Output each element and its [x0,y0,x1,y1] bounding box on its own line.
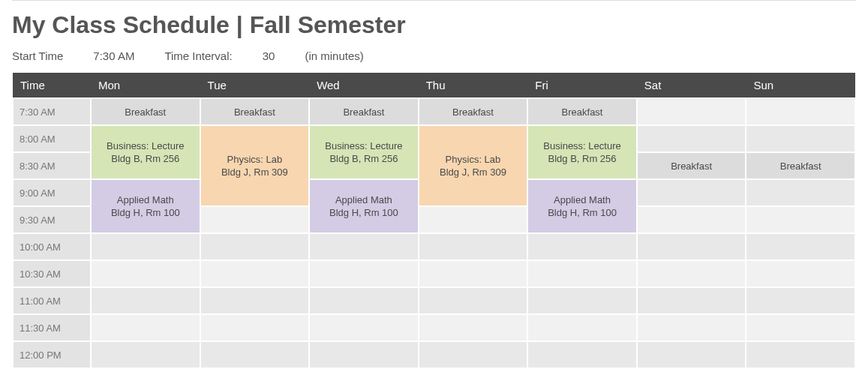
empty-cell [637,179,746,206]
empty-cell [637,260,746,287]
empty-cell [637,287,746,314]
empty-cell [200,206,310,233]
time-cell: 9:30 AM [13,206,91,233]
event-breakfast: Breakfast [91,98,200,125]
event-business: Business: Lecture Bldg B, Rm 256 [527,125,637,179]
time-cell: 9:00 AM [13,179,91,206]
header-wed: Wed [309,73,419,98]
empty-cell [746,179,855,206]
empty-cell [309,260,419,287]
header-sat: Sat [637,73,746,98]
table-row: 10:00 AM [13,233,855,260]
empty-cell [527,260,637,287]
empty-cell [746,287,855,314]
event-physics: Physics: Lab Bldg J, Rm 309 [419,125,528,206]
header-tue: Tue [200,73,310,98]
time-cell: 10:00 AM [13,233,91,260]
event-breakfast: Breakfast [419,98,528,125]
table-row: 7:30 AM Breakfast Breakfast Breakfast Br… [13,98,855,125]
empty-cell [746,233,855,260]
empty-cell [91,341,200,368]
schedule-table: Time Mon Tue Wed Thu Fri Sat Sun 7:30 AM… [12,73,856,369]
empty-cell [419,341,528,368]
table-row: 11:30 AM [13,314,855,341]
empty-cell [309,341,419,368]
time-cell: 8:30 AM [13,152,91,179]
empty-cell [419,260,528,287]
empty-cell [527,287,637,314]
empty-cell [746,98,855,125]
empty-cell [637,341,746,368]
empty-cell [91,233,200,260]
header-row: Time Mon Tue Wed Thu Fri Sat Sun [13,73,855,98]
interval-label: Time Interval: [164,50,232,62]
event-breakfast: Breakfast [746,152,855,179]
empty-cell [527,341,637,368]
empty-cell [419,287,528,314]
header-thu: Thu [419,73,528,98]
event-math: Applied Math Bldg H, Rm 100 [91,179,200,233]
table-row: 11:00 AM [13,287,855,314]
empty-cell [637,233,746,260]
header-time: Time [13,73,91,98]
empty-cell [200,260,310,287]
empty-cell [200,314,310,341]
time-cell: 10:30 AM [13,260,91,287]
time-cell: 11:00 AM [13,287,91,314]
empty-cell [91,287,200,314]
event-breakfast: Breakfast [637,152,746,179]
empty-cell [309,233,419,260]
interval-units: (in minutes) [305,50,363,62]
event-business: Business: Lecture Bldg B, Rm 256 [309,125,419,179]
event-business: Business: Lecture Bldg B, Rm 256 [91,125,200,179]
start-time-label: Start Time [12,50,63,62]
header-mon: Mon [91,73,200,98]
empty-cell [637,206,746,233]
empty-cell [309,314,419,341]
empty-cell [527,314,637,341]
interval-value: 30 [263,50,275,62]
start-time-value: 7:30 AM [93,50,134,62]
empty-cell [419,206,528,233]
empty-cell [746,341,855,368]
empty-cell [637,98,746,125]
page-title: My Class Schedule | Fall Semester [12,11,856,39]
table-row: 12:00 PM [13,341,855,368]
empty-cell [200,233,310,260]
empty-cell [527,233,637,260]
header-sun: Sun [746,73,855,98]
empty-cell [419,233,528,260]
header-fri: Fri [527,73,637,98]
empty-cell [91,314,200,341]
empty-cell [200,287,310,314]
event-physics: Physics: Lab Bldg J, Rm 309 [200,125,310,206]
event-math: Applied Math Bldg H, Rm 100 [527,179,637,233]
empty-cell [200,341,310,368]
table-row: 10:30 AM [13,260,855,287]
empty-cell [746,125,855,152]
empty-cell [91,260,200,287]
time-cell: 7:30 AM [13,98,91,125]
event-breakfast: Breakfast [309,98,419,125]
empty-cell [746,206,855,233]
time-cell: 11:30 AM [13,314,91,341]
empty-cell [637,125,746,152]
time-cell: 8:00 AM [13,125,91,152]
event-breakfast: Breakfast [200,98,310,125]
empty-cell [419,314,528,341]
empty-cell [309,287,419,314]
empty-cell [637,314,746,341]
empty-cell [746,260,855,287]
empty-cell [746,314,855,341]
event-breakfast: Breakfast [527,98,637,125]
time-cell: 12:00 PM [13,341,91,368]
table-row: 8:00 AM Business: Lecture Bldg B, Rm 256… [13,125,855,152]
event-math: Applied Math Bldg H, Rm 100 [309,179,419,233]
schedule-controls: Start Time 7:30 AM Time Interval: 30 (in… [12,50,856,62]
